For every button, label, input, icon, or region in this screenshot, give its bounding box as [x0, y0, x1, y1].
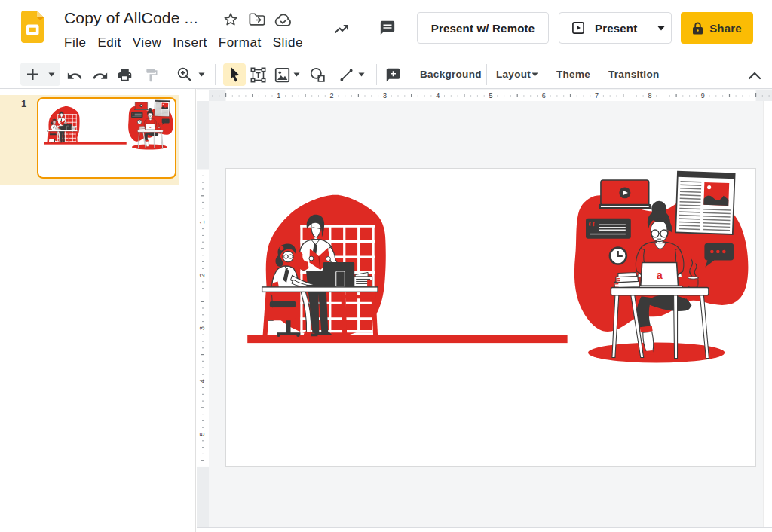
svg-text:4: 4 [198, 379, 206, 383]
svg-text:1: 1 [277, 92, 280, 99]
svg-text:2: 2 [198, 274, 206, 277]
svg-text:4: 4 [436, 92, 440, 99]
svg-text:5: 5 [489, 92, 492, 99]
svg-text:6: 6 [542, 92, 546, 99]
svg-text:9: 9 [701, 92, 705, 99]
svg-text:1: 1 [198, 220, 206, 224]
svg-text:3: 3 [198, 326, 206, 330]
svg-text:2: 2 [330, 92, 334, 99]
svg-text:7: 7 [595, 92, 599, 99]
svg-text:8: 8 [648, 92, 651, 99]
svg-text:5: 5 [198, 432, 206, 436]
svg-text:3: 3 [383, 92, 387, 99]
